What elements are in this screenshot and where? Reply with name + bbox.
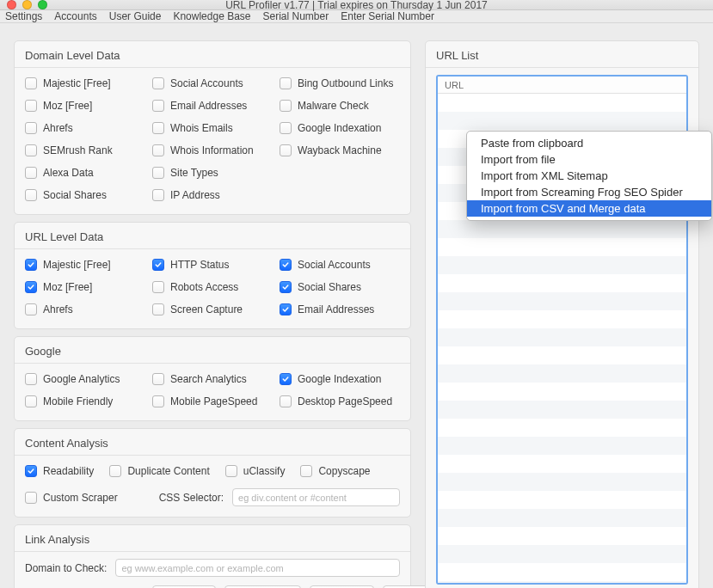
- checkbox-semrush-rank[interactable]: SEMrush Rank: [25, 142, 145, 159]
- menu-accounts[interactable]: Accounts: [54, 10, 96, 22]
- checkbox-icon[interactable]: [25, 144, 37, 156]
- checkbox-duplicate-content[interactable]: Duplicate Content: [109, 462, 209, 480]
- checkbox-icon[interactable]: [280, 144, 292, 156]
- checkbox-label: Google Analytics: [43, 373, 120, 385]
- checkbox-ahrefs[interactable]: Ahrefs: [25, 301, 145, 318]
- checkbox-icon[interactable]: [280, 395, 292, 407]
- menu-user-guide[interactable]: User Guide: [109, 10, 162, 22]
- context-item-import-from-csv-and-merge-data[interactable]: Import from CSV and Merge data: [467, 200, 711, 217]
- checkbox-email-addresses[interactable]: Email Addresses: [280, 301, 400, 318]
- url-list-column-header[interactable]: URL: [438, 77, 686, 94]
- menu-settings[interactable]: Settings: [5, 10, 42, 22]
- checkbox-label: Email Addresses: [170, 100, 247, 112]
- checkbox-icon[interactable]: [280, 373, 292, 385]
- checkbox-http-status[interactable]: HTTP Status: [152, 256, 273, 273]
- checkbox-icon[interactable]: [280, 122, 292, 134]
- checkbox-whois-information[interactable]: Whois Information: [152, 142, 273, 159]
- checkbox-custom-scraper[interactable]: Custom Scraper: [25, 489, 118, 506]
- maximize-icon[interactable]: [38, 0, 47, 9]
- checkbox-icon[interactable]: [280, 77, 292, 89]
- checkbox-icon[interactable]: [25, 303, 37, 315]
- checkbox-icon[interactable]: [25, 281, 37, 293]
- checkbox-moz-free-[interactable]: Moz [Free]: [25, 279, 145, 296]
- checkbox-readability[interactable]: Readability: [25, 462, 94, 480]
- checkbox-majestic-free-[interactable]: Majestic [Free]: [25, 256, 145, 273]
- checkbox-icon[interactable]: [25, 77, 37, 89]
- context-item-paste-from-clipboard[interactable]: Paste from clipboard: [467, 135, 711, 151]
- checkbox-icon[interactable]: [25, 189, 37, 201]
- checkbox-label: Desktop PageSpeed: [298, 395, 392, 407]
- css-selector-input[interactable]: [232, 488, 400, 506]
- checkbox-search-analytics[interactable]: Search Analytics: [152, 371, 273, 388]
- checkbox-ahrefs[interactable]: Ahrefs: [25, 119, 145, 137]
- checkbox-icon[interactable]: [280, 100, 292, 112]
- checkbox-wayback-machine[interactable]: Wayback Machine: [280, 142, 400, 159]
- checkbox-email-addresses[interactable]: Email Addresses: [152, 97, 273, 114]
- minimize-icon[interactable]: [22, 0, 32, 9]
- checkbox-social-accounts[interactable]: Social Accounts: [280, 256, 400, 273]
- checkbox-icon[interactable]: [152, 189, 164, 201]
- checkbox-label: Social Accounts: [298, 259, 371, 271]
- checkbox-label: Screen Capture: [170, 303, 243, 315]
- checkbox-social-accounts[interactable]: Social Accounts: [152, 75, 273, 92]
- checkbox-icon[interactable]: [25, 373, 37, 385]
- checkbox-icon[interactable]: [25, 122, 37, 134]
- checkbox-icon[interactable]: [152, 77, 164, 89]
- checkbox-mobile-friendly[interactable]: Mobile Friendly: [25, 393, 145, 410]
- checkbox-label: Wayback Machine: [298, 144, 382, 156]
- checkbox-label: Robots Access: [170, 281, 238, 293]
- checkbox-icon[interactable]: [25, 100, 37, 112]
- checkbox-label: Ahrefs: [43, 122, 73, 134]
- checkbox-icon[interactable]: [25, 395, 37, 407]
- checkbox-icon[interactable]: [280, 259, 292, 271]
- checkbox-icon[interactable]: [152, 303, 164, 315]
- checkbox-icon[interactable]: [25, 465, 37, 477]
- checkbox-icon[interactable]: [152, 167, 164, 179]
- checkbox-icon[interactable]: [152, 259, 164, 271]
- checkbox-desktop-pagespeed[interactable]: Desktop PageSpeed: [280, 393, 400, 410]
- close-icon[interactable]: [7, 0, 16, 9]
- checkbox-icon[interactable]: [225, 465, 237, 477]
- menu-serial-number[interactable]: Serial Number: [263, 10, 329, 22]
- checkbox-icon[interactable]: [109, 465, 121, 477]
- checkbox-bing-outbound-links[interactable]: Bing Outbound Links: [280, 75, 400, 92]
- checkbox-icon[interactable]: [300, 465, 312, 477]
- context-item-import-from-file[interactable]: Import from file: [467, 151, 711, 168]
- checkbox-moz-free-[interactable]: Moz [Free]: [25, 97, 145, 114]
- checkbox-copyscape[interactable]: Copyscape: [300, 462, 370, 480]
- checkbox-icon[interactable]: [152, 122, 164, 134]
- checkbox-google-analytics[interactable]: Google Analytics: [25, 371, 145, 388]
- checkbox-label: Mobile PageSpeed: [170, 395, 257, 407]
- checkbox-google-indexation[interactable]: Google Indexation: [280, 119, 400, 137]
- checkbox-icon[interactable]: [152, 144, 164, 156]
- checkbox-icon[interactable]: [280, 303, 292, 315]
- checkbox-google-indexation[interactable]: Google Indexation: [280, 371, 400, 388]
- checkbox-mobile-pagespeed[interactable]: Mobile PageSpeed: [152, 393, 273, 410]
- checkbox-site-types[interactable]: Site Types: [152, 164, 273, 181]
- checkbox-icon[interactable]: [25, 492, 37, 504]
- context-item-import-from-xml-sitemap[interactable]: Import from XML Sitemap: [467, 168, 711, 184]
- checkbox-icon[interactable]: [280, 281, 292, 293]
- checkbox-icon[interactable]: [152, 100, 164, 112]
- checkbox-malware-check[interactable]: Malware Check: [280, 97, 400, 114]
- context-item-import-from-screaming-frog-seo-spider[interactable]: Import from Screaming Frog SEO Spider: [467, 184, 711, 200]
- checkbox-icon[interactable]: [152, 373, 164, 385]
- checkbox-label: Readability: [43, 465, 94, 477]
- checkbox-screen-capture[interactable]: Screen Capture: [152, 301, 273, 318]
- checkbox-majestic-free-[interactable]: Majestic [Free]: [25, 75, 145, 92]
- checkbox-robots-access[interactable]: Robots Access: [152, 279, 273, 296]
- checkbox-ip-address[interactable]: IP Address: [152, 187, 273, 204]
- checkbox-icon[interactable]: [152, 281, 164, 293]
- checkbox-icon[interactable]: [25, 167, 37, 179]
- menu-enter-serial-number[interactable]: Enter Serial Number: [341, 10, 434, 22]
- checkbox-icon[interactable]: [25, 259, 37, 271]
- checkbox-social-shares[interactable]: Social Shares: [280, 279, 400, 296]
- checkbox-whois-emails[interactable]: Whois Emails: [152, 119, 273, 137]
- domain-to-check-input[interactable]: [115, 559, 400, 577]
- checkbox-social-shares[interactable]: Social Shares: [25, 187, 145, 204]
- menu-knowledge-base[interactable]: Knowledge Base: [173, 10, 250, 22]
- checkbox-uclassify[interactable]: uClassify: [225, 462, 286, 480]
- checkbox-icon[interactable]: [152, 395, 164, 407]
- group-title: Google: [15, 337, 410, 363]
- checkbox-alexa-data[interactable]: Alexa Data: [25, 164, 145, 181]
